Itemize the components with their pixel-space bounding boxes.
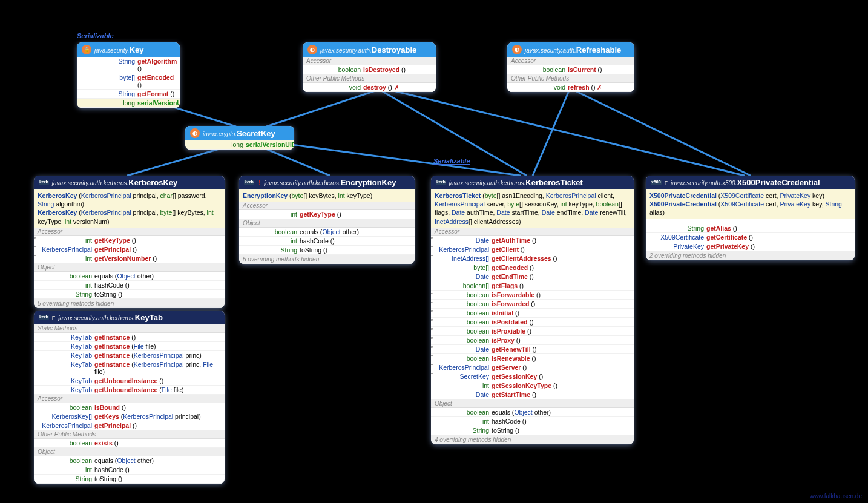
member-row: FintgetSessionKeyType () <box>431 381 634 390</box>
svg-line-5 <box>533 91 569 176</box>
member-row: FDategetRenewTill () <box>431 345 634 354</box>
member-row: KerberosKey[]getKeys (KerberosPrincipal … <box>34 412 225 421</box>
serial-row: long serialVersionUID <box>77 99 180 108</box>
member-row: FbooleanisInitial () <box>431 309 634 318</box>
member-row: FSecretKeygetSessionKey () <box>431 372 634 381</box>
classname: EncryptionKey <box>341 178 396 187</box>
constructors: KerberosKey (KerberosPrincipal principal… <box>34 189 225 228</box>
member-row: KeyTabgetInstance () <box>34 333 225 342</box>
member-row: inthashCode () <box>239 237 415 246</box>
member-row: booleanequals (Object other) <box>239 228 415 237</box>
pkg: javax.security.auth.kerberos. <box>58 315 135 321</box>
member-row: inthashCode () <box>34 465 225 475</box>
field-name: serialVersionUID <box>137 99 180 107</box>
member-row: FbooleanisProxy () <box>431 336 634 345</box>
svg-line-8 <box>288 144 521 176</box>
classname: Key <box>130 45 144 54</box>
pkg: java.security. <box>94 47 130 54</box>
class-header: x500 F javax.security.auth.x500.X500Priv… <box>646 176 855 189</box>
member-row: voiddestroy () ✗ <box>303 83 436 92</box>
member-row: FbooleanisForwardable () <box>431 291 634 300</box>
class-x500: x500 F javax.security.auth.x500.X500Priv… <box>646 176 855 260</box>
classname: Refreshable <box>576 45 621 54</box>
class-kerberosticket: kerb javax.security.auth.kerberos.Kerber… <box>431 176 634 444</box>
hidden-note: 4 overriding methods hidden <box>431 435 634 444</box>
section: Accessor <box>303 57 436 65</box>
kerb-icon: kerb <box>244 180 254 185</box>
member-row: intgetKeyType () <box>239 210 415 219</box>
member-row: booleanexists () <box>34 439 225 448</box>
member-row: FbooleanisProxiable () <box>431 327 634 336</box>
member-row: booleanequals (Object other) <box>34 456 225 465</box>
section: Other Public Methods <box>34 430 225 439</box>
member-row: booleanequals (Object other) <box>34 272 225 281</box>
section: Accessor <box>34 228 225 236</box>
serial-row: long serialVersionUID <box>185 140 294 150</box>
section: Object <box>239 219 415 228</box>
section: Object <box>431 399 634 408</box>
member-row: Fboolean[]getFlags () <box>431 281 634 291</box>
field-name: serialVersionUID <box>246 141 294 148</box>
lock-icon: 🔒 <box>82 45 91 54</box>
class-key: 🔒 java.security.Key StringgetAlgorithm (… <box>77 42 180 108</box>
classname: KeyTab <box>135 313 163 322</box>
kerb-icon: kerb <box>39 315 49 320</box>
iface-icon: ◐ <box>512 45 522 54</box>
kerb-icon: kerb <box>436 180 446 185</box>
member-row: booleanisDestroyed () <box>303 65 436 74</box>
member-row: StringgetFormat () <box>77 90 180 99</box>
member-row: byte[]getEncoded () <box>77 73 180 90</box>
serializable-label: Serializable <box>77 32 114 39</box>
constructors: KerberosTicket (byte[] asn1Encoding, Ker… <box>431 189 634 228</box>
hidden-note: 2 overriding methods hidden <box>646 251 855 260</box>
class-header: 🔒 java.security.Key <box>77 42 180 57</box>
watermark: www.falkhausen.de <box>810 493 862 499</box>
section: Static Methods <box>34 324 225 333</box>
member-row: FbooleanisRenewable () <box>431 354 634 363</box>
member-row: StringtoString () <box>34 290 225 299</box>
member-row: KeyTabgetInstance (File file) <box>34 342 225 351</box>
kerb-icon: kerb <box>39 180 49 185</box>
class-refreshable: ◐ javax.security.auth.Refreshable Access… <box>507 42 634 92</box>
member-row: FKerberosPrincipalgetClient () <box>431 245 634 254</box>
section: Accessor <box>34 395 225 403</box>
svg-line-7 <box>575 91 751 176</box>
section: Accessor <box>507 57 634 65</box>
member-row: Fbyte[]getEncoded () <box>431 263 634 272</box>
member-row: KeyTabgetUnboundInstance () <box>34 376 225 386</box>
pkg: javax.security.auth. <box>320 47 372 54</box>
class-header: kerb ! javax.security.auth.kerberos.Encr… <box>239 176 415 189</box>
member-row: FbooleanisForwarded () <box>431 300 634 309</box>
member-row: FintgetKeyType () <box>34 236 225 245</box>
member-row: PrivateKeygetPrivateKey () <box>646 242 855 251</box>
member-row: StringtoString () <box>239 246 415 255</box>
class-secretkey: ◐ javax.crypto.SecretKey long serialVers… <box>185 126 294 150</box>
section: Other Public Methods <box>303 74 436 83</box>
class-header: kerb javax.security.auth.kerberos.Kerber… <box>34 176 225 189</box>
svg-line-1 <box>266 91 375 127</box>
member-row: StringgetAlgorithm () <box>77 57 180 73</box>
classname: KerberosKey <box>128 178 177 187</box>
member-row: FDategetAuthTime () <box>431 236 634 245</box>
classname: Destroyable <box>372 45 416 54</box>
member-row: booleanequals (Object other) <box>431 408 634 417</box>
member-row: FDategetEndTime () <box>431 272 634 281</box>
pkg: javax.security.auth. <box>525 47 576 54</box>
class-kerberoskey: kerb javax.security.auth.kerberos.Kerber… <box>34 176 225 308</box>
member-row: StringgetAlias () <box>646 224 855 233</box>
pkg: javax.security.auth.kerberos. <box>264 180 341 186</box>
ret-type: long <box>189 141 243 148</box>
member-row: inthashCode () <box>431 417 634 426</box>
member-row: KeyTabgetUnboundInstance (File file) <box>34 386 225 395</box>
pkg: javax.security.auth.kerberos. <box>52 180 129 186</box>
class-encryptionkey: kerb ! javax.security.auth.kerberos.Encr… <box>239 176 415 264</box>
class-keytab: kerb F javax.security.auth.kerberos.KeyT… <box>34 311 225 484</box>
hidden-note: 5 overriding methods hidden <box>239 255 415 264</box>
section: Object <box>34 263 225 272</box>
pkg: javax.security.auth.kerberos. <box>449 180 526 186</box>
final-marker: ! <box>258 178 261 187</box>
x500-icon: x500 <box>651 180 662 185</box>
member-row: voidrefresh () ✗ <box>507 83 634 92</box>
section: Object <box>34 448 225 456</box>
member-row: booleanisBound () <box>34 403 225 412</box>
